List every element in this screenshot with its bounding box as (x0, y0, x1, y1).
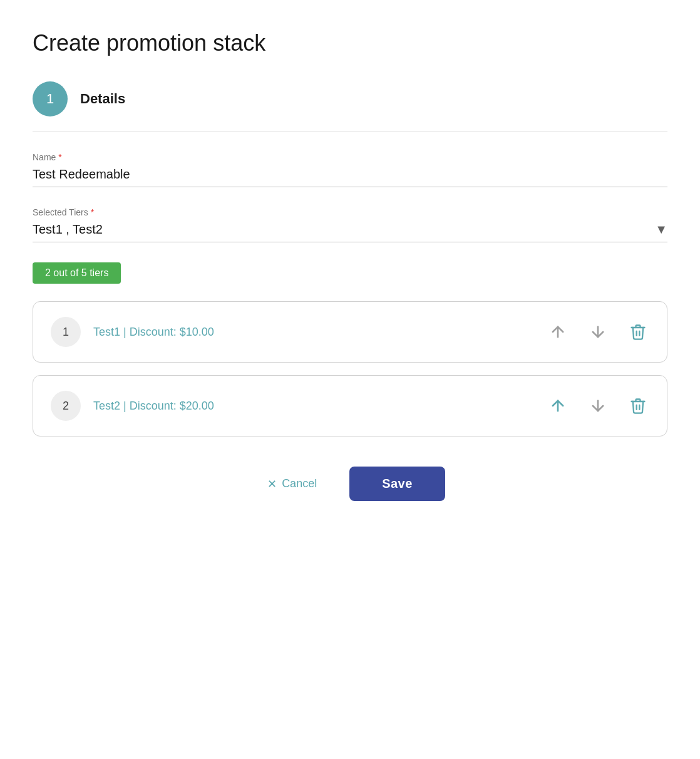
tier-actions-1 (547, 321, 649, 343)
name-label: Name * (33, 152, 667, 162)
arrow-down-icon-2 (589, 397, 607, 415)
section-header: 1 Details (33, 81, 667, 116)
tiers-select[interactable]: Test1 , Test2 ▼ (33, 222, 667, 242)
tier-card-1: 1 Test1 | Discount: $10.00 (33, 301, 667, 363)
tiers-label: Selected Tiers * (33, 207, 667, 217)
tiers-count-badge: 2 out of 5 tiers (33, 262, 121, 284)
tier-2-delete-button[interactable] (627, 395, 649, 417)
tier-actions-2 (547, 395, 649, 417)
arrow-up-icon-2 (549, 397, 567, 415)
tiers-required-star: * (91, 207, 94, 217)
tier-1-delete-button[interactable] (627, 321, 649, 343)
footer-actions: ✕ Cancel Save (33, 467, 667, 501)
section-divider (33, 132, 667, 132)
name-value[interactable]: Test Redeemable (33, 167, 667, 187)
cancel-x-icon: ✕ (267, 477, 277, 491)
tier-label-1: Test1 | Discount: $10.00 (93, 326, 534, 339)
trash-icon (629, 323, 647, 341)
tier-1-down-button[interactable] (587, 321, 609, 343)
name-field-group: Name * Test Redeemable (33, 152, 667, 187)
tier-2-up-button[interactable] (547, 395, 569, 417)
trash-icon-2 (629, 397, 647, 415)
section-title: Details (80, 91, 125, 107)
tier-label-2: Test2 | Discount: $20.00 (93, 400, 534, 413)
tier-card-2: 2 Test2 | Discount: $20.00 (33, 375, 667, 436)
tier-number-1: 1 (51, 317, 81, 347)
tier-number-2: 2 (51, 391, 81, 421)
arrow-up-icon (549, 323, 567, 341)
name-required-star: * (58, 152, 61, 162)
arrow-down-icon (589, 323, 607, 341)
cancel-label: Cancel (282, 477, 317, 490)
tiers-select-value: Test1 , Test2 (33, 222, 655, 237)
tier-1-up-button[interactable] (547, 321, 569, 343)
tiers-field-group: Selected Tiers * Test1 , Test2 ▼ (33, 207, 667, 242)
cancel-button[interactable]: ✕ Cancel (255, 470, 329, 498)
save-button[interactable]: Save (349, 467, 445, 501)
step-circle: 1 (33, 81, 68, 116)
tier-list: 1 Test1 | Discount: $10.00 (33, 301, 667, 436)
page-title: Create promotion stack (33, 30, 667, 56)
chevron-down-icon: ▼ (655, 222, 667, 237)
tier-2-down-button[interactable] (587, 395, 609, 417)
